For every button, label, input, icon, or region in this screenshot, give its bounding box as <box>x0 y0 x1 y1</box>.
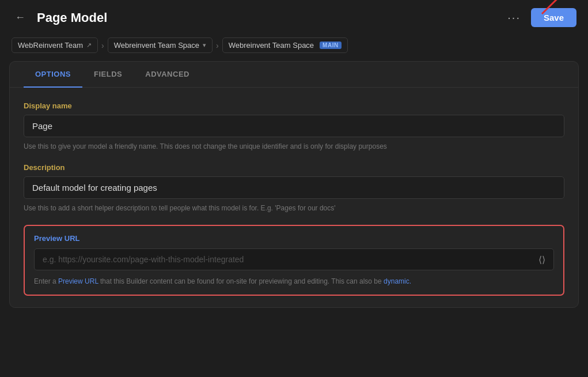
breadcrumb-space[interactable]: Webreinvent Team Space ▾ <box>108 37 213 53</box>
external-link-icon: ↗ <box>86 42 92 49</box>
tab-advanced[interactable]: ADVANCED <box>134 62 201 88</box>
display-name-label: Display name <box>24 101 564 110</box>
svg-line-1 <box>542 0 570 14</box>
branch-badge: MAIN <box>320 42 342 49</box>
breadcrumb-separator-2: › <box>216 41 219 50</box>
hint-pre-text: Enter a <box>34 277 58 285</box>
description-input[interactable] <box>24 176 564 199</box>
header: ← Page Model ··· Save <box>0 0 588 33</box>
breadcrumb-branch-label: Webreinvent Team Space <box>229 41 314 50</box>
breadcrumb-team-label: WebReinvent Team <box>18 41 83 50</box>
tab-options[interactable]: OPTIONS <box>24 62 82 88</box>
display-name-input[interactable] <box>24 115 564 137</box>
preview-url-link[interactable]: Preview URL <box>58 277 98 285</box>
breadcrumb-branch[interactable]: Webreinvent Team Space MAIN <box>222 37 348 53</box>
preview-url-label: Preview URL <box>34 234 554 243</box>
preview-url-input[interactable] <box>40 249 536 270</box>
description-hint: Use this to add a short helper descripti… <box>24 203 564 213</box>
description-label: Description <box>24 163 564 172</box>
back-button[interactable]: ← <box>12 10 29 25</box>
hint-mid-text: that this Builder content can be found f… <box>98 277 384 285</box>
tabs: OPTIONS FIELDS ADVANCED <box>10 62 578 88</box>
page-title: Page Model <box>37 10 107 25</box>
red-arrow-icon <box>536 0 582 17</box>
tab-fields[interactable]: FIELDS <box>82 62 134 88</box>
preview-url-hint: Enter a Preview URL that this Builder co… <box>34 276 554 286</box>
form-body: Display name Use this to give your model… <box>10 88 578 213</box>
breadcrumb: WebReinvent Team ↗ › Webreinvent Team Sp… <box>0 33 588 61</box>
more-options-button[interactable]: ··· <box>503 9 525 27</box>
header-left: ← Page Model <box>12 10 107 25</box>
breadcrumb-team[interactable]: WebReinvent Team ↗ <box>12 37 98 53</box>
preview-url-input-row: ⟨⟩ <box>34 248 554 270</box>
breadcrumb-space-label: Webreinvent Team Space <box>114 41 199 50</box>
preview-url-section: Preview URL ⟨⟩ Enter a Preview URL that … <box>24 225 564 296</box>
main-content: OPTIONS FIELDS ADVANCED Display name Use… <box>9 61 579 308</box>
breadcrumb-separator-1: › <box>101 41 104 50</box>
display-name-hint: Use this to give your model a friendly n… <box>24 141 564 152</box>
chevron-down-icon: ▾ <box>203 42 206 49</box>
code-icon[interactable]: ⟨⟩ <box>536 252 548 267</box>
header-right: ··· Save <box>503 8 576 27</box>
dynamic-link[interactable]: dynamic. <box>384 277 411 285</box>
